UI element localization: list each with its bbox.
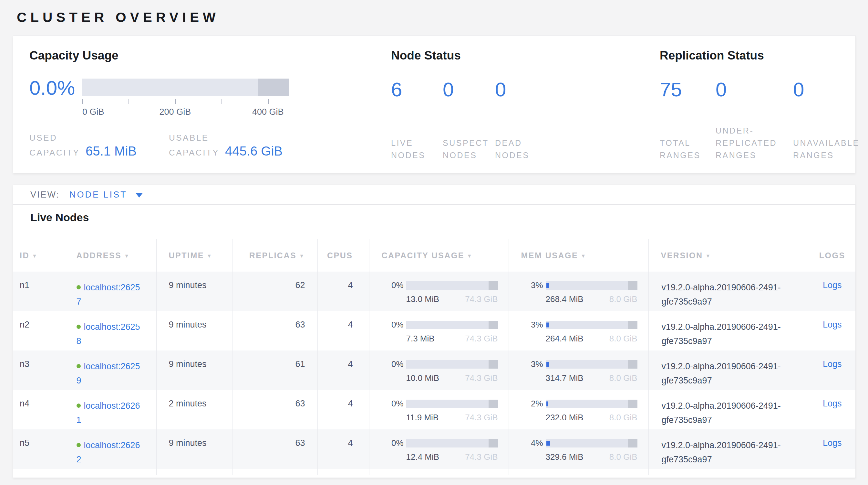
capacity-bar-reserved-segment [489, 400, 498, 408]
live-nodes-label: LIVE NODES [391, 100, 443, 161]
capacity-used-value: 10.0 MiB [406, 373, 439, 383]
capacity-percent: 0.0% [29, 79, 78, 97]
node-logs-cell: Logs [809, 390, 856, 429]
node-address-link[interactable]: localhost:26258 [76, 320, 141, 348]
mem-bar-reserved-segment [628, 321, 637, 329]
used-capacity-label-line1: USED [29, 132, 169, 144]
mem-bar-reserved-segment [628, 439, 637, 448]
node-id-cell: n4 [13, 390, 64, 429]
table-row-partial [13, 469, 856, 475]
logs-link[interactable]: Logs [823, 359, 842, 369]
capacity-usage-bar [406, 400, 498, 408]
node-uptime-cell: 9 minutes [156, 350, 232, 390]
logs-link[interactable]: Logs [823, 320, 842, 330]
capacity-total-value: 74.3 GiB [465, 334, 498, 344]
node-version-cell: v19.2.0-alpha.20190606-2491-gfe735c9a97 [648, 272, 809, 311]
node-id-cell: n5 [13, 429, 64, 469]
page-title: CLUSTER OVERVIEW [17, 10, 855, 25]
healthy-status-dot-icon [76, 403, 81, 408]
table-row: n5 localhost:26262 9 minutes 63 4 0% 12.… [13, 429, 856, 469]
capacity-usage-title: Capacity Usage [29, 49, 391, 62]
summary-card: Capacity Usage 0.0% 0 GiB 200 GiB 400 Gi… [13, 35, 856, 173]
logs-link[interactable]: Logs [823, 280, 842, 290]
node-cpus-cell: 4 [317, 390, 369, 429]
capacity-usage-percent: 0% [388, 320, 404, 330]
capacity-usage-bar [406, 281, 498, 290]
capacity-usage-percent: 0% [388, 438, 404, 448]
view-selector-dropdown[interactable]: NODE LIST [69, 190, 143, 200]
capacity-used-value: 13.0 MiB [406, 294, 439, 304]
sort-arrow-icon: ▼ [32, 253, 38, 259]
mem-total-value: 8.0 GiB [609, 373, 638, 383]
view-selected-value: NODE LIST [69, 190, 127, 200]
unavailable-ranges-stat: 0 UNAVAILABLE RANGES [793, 79, 861, 161]
mem-bar-fill [547, 283, 549, 288]
live-nodes-stat: 6 LIVE NODES [391, 79, 443, 161]
node-uptime-cell: 9 minutes [156, 311, 232, 350]
node-uptime-cell: 9 minutes [156, 272, 232, 311]
column-header-cpus: CPUS [317, 239, 369, 272]
capacity-total-value: 74.3 GiB [465, 373, 498, 383]
mem-used-value: 264.4 MiB [546, 334, 584, 344]
node-id-cell: n3 [13, 350, 64, 390]
view-bar: VIEW: NODE LIST [13, 185, 856, 205]
column-header-uptime[interactable]: UPTIME▼ [156, 239, 232, 272]
capacity-used-value: 12.4 MiB [406, 452, 439, 462]
mem-usage-bar [546, 321, 638, 329]
node-address-link[interactable]: localhost:26257 [76, 280, 141, 309]
mem-usage-bar [546, 439, 638, 448]
mem-used-value: 329.6 MiB [546, 452, 584, 462]
node-version-cell: v19.2.0-alpha.20190606-2491-gfe735c9a97 [648, 311, 809, 350]
node-mem-usage-cell: 3% 314.7 MiB 8.0 GiB [508, 350, 648, 390]
node-address-link[interactable]: localhost:26261 [76, 399, 141, 427]
node-cpus-cell: 4 [317, 272, 369, 311]
mem-total-value: 8.0 GiB [609, 452, 638, 462]
column-header-id[interactable]: ID▼ [13, 239, 64, 272]
node-mem-usage-cell: 4% 329.6 MiB 8.0 GiB [508, 429, 648, 469]
node-address-link[interactable]: localhost:26259 [76, 359, 141, 388]
mem-used-value: 232.0 MiB [546, 412, 584, 423]
cluster-overview-page: { "page": { "title": "CLUSTER OVERVIEW" … [0, 0, 868, 485]
replication-status-title: Replication Status [660, 49, 861, 62]
column-header-capacity-usage[interactable]: CAPACITY USAGE▼ [369, 239, 508, 272]
capacity-usage-bar [406, 360, 498, 369]
logs-link[interactable]: Logs [823, 399, 842, 408]
logs-link[interactable]: Logs [823, 438, 842, 448]
capacity-total-value: 74.3 GiB [465, 452, 498, 462]
capacity-bar-reserved-segment [489, 439, 498, 448]
table-row: n2 localhost:26258 9 minutes 63 4 0% 7.3… [13, 311, 856, 350]
node-address-cell: localhost:26261 [64, 390, 156, 429]
capacity-total-value: 74.3 GiB [465, 294, 498, 304]
capacity-usage-percent: 0% [388, 280, 404, 290]
capacity-usage-bar [406, 439, 498, 448]
node-status-title: Node Status [391, 49, 660, 62]
node-status-section: Node Status 6 LIVE NODES 0 SUSPECT NODES [391, 49, 660, 173]
capacity-axis-labels: 0 GiB 200 GiB 400 GiB [82, 107, 289, 117]
capacity-bar-track [82, 79, 289, 96]
under-replicated-ranges-label: UNDER- REPLICATED RANGES [716, 100, 793, 161]
node-mem-usage-cell: 2% 232.0 MiB 8.0 GiB [508, 390, 648, 429]
sort-arrow-icon: ▼ [124, 253, 130, 259]
mem-usage-percent: 2% [528, 399, 543, 409]
column-header-mem-usage[interactable]: MEM USAGE▼ [508, 239, 648, 272]
mem-total-value: 8.0 GiB [609, 334, 638, 344]
column-header-replicas[interactable]: REPLICAS▼ [232, 239, 317, 272]
capacity-details: USED CAPACITY 65.1 MiB USABLE CAPACITY 4… [29, 132, 391, 160]
column-header-address[interactable]: ADDRESS▼ [64, 239, 156, 272]
mem-bar-fill [547, 401, 548, 406]
node-mem-usage-cell: 3% 264.4 MiB 8.0 GiB [508, 311, 648, 350]
node-address-link[interactable]: localhost:26262 [76, 438, 141, 466]
usable-capacity-label-line1: USABLE [169, 132, 308, 144]
dead-nodes-label: DEAD NODES [495, 100, 560, 161]
usable-capacity-label-line2: CAPACITY [169, 145, 219, 160]
node-logs-cell: Logs [809, 272, 856, 311]
usable-capacity: USABLE CAPACITY 445.6 GiB [169, 132, 308, 160]
node-cpus-cell: 4 [317, 311, 369, 350]
column-header-version[interactable]: VERSION▼ [648, 239, 809, 272]
live-nodes-title: Live Nodes [30, 211, 856, 224]
mem-used-value: 314.7 MiB [546, 373, 584, 383]
live-nodes-section: Live Nodes ID▼ ADDRESS▼ UPTIME▼ REPLICAS… [13, 205, 856, 475]
capacity-total-value: 74.3 GiB [465, 412, 498, 423]
unavailable-ranges-label: UNAVAILABLE RANGES [793, 100, 861, 161]
node-capacity-usage-cell: 0% 13.0 MiB 74.3 GiB [369, 272, 508, 311]
